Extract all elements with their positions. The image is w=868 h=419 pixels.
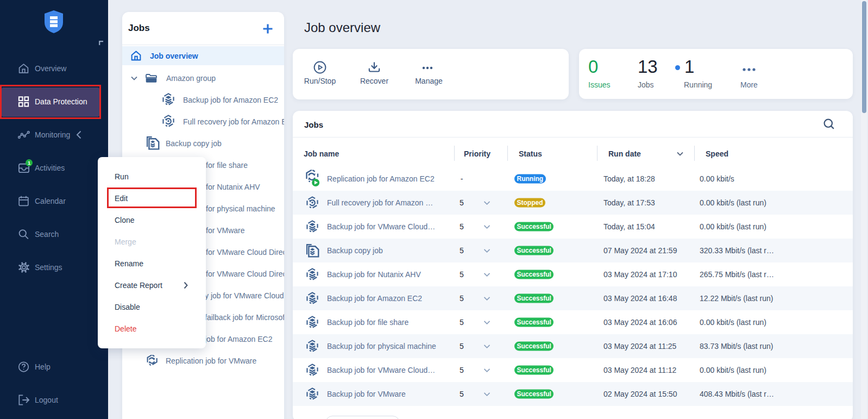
svg-text:1: 1 (28, 160, 30, 166)
